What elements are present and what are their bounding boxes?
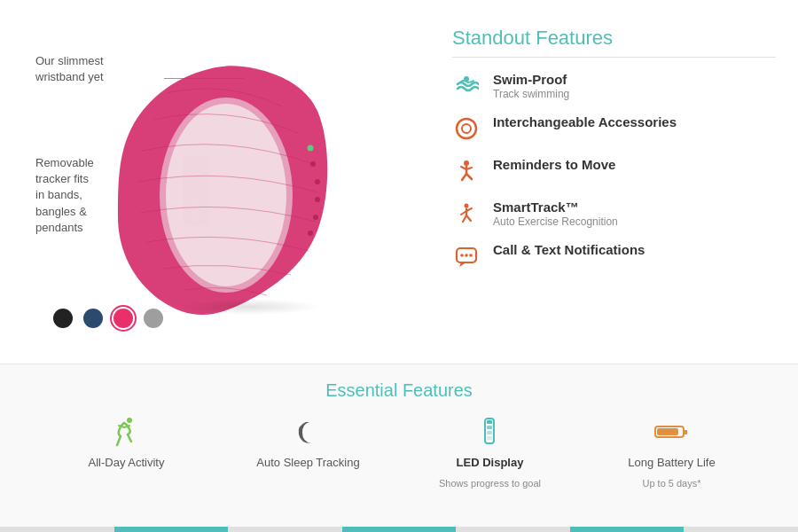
essential-section: Essential Features All-Day Activity xyxy=(0,364,798,532)
smarttrack-icon xyxy=(452,200,481,228)
led-label: LED Display xyxy=(457,456,524,471)
svg-point-15 xyxy=(464,160,469,166)
swatch-black[interactable] xyxy=(53,309,73,328)
battery-label: Long Battery Life xyxy=(628,456,715,471)
label-removable: Removable tracker fits in bands, bangles… xyxy=(35,155,94,236)
accessories-title: Interchangeable Accessories xyxy=(493,114,677,129)
notifications-title: Call & Text Notifications xyxy=(493,242,645,257)
battery-sublabel: Up to 5 days* xyxy=(642,478,700,489)
smarttrack-title: SmartTrack™ xyxy=(493,200,618,215)
product-area: Our slimmest wristband yet Removable tra… xyxy=(0,0,439,364)
svg-rect-41 xyxy=(657,428,678,435)
notifications-text: Call & Text Notifications xyxy=(493,242,645,257)
svg-point-31 xyxy=(127,418,132,423)
feature-smarttrack: SmartTrack™ Auto Exercise Recognition xyxy=(452,200,776,228)
svg-point-30 xyxy=(469,254,473,257)
svg-point-29 xyxy=(465,254,468,257)
essential-sleep: Auto Sleep Tracking xyxy=(228,413,387,471)
swim-proof-desc: Track swimming xyxy=(493,88,569,100)
swatch-pink[interactable] xyxy=(113,309,133,328)
bottom-strips xyxy=(0,527,798,532)
wristband-shadow xyxy=(177,299,319,315)
sleep-icon xyxy=(292,413,324,449)
svg-line-19 xyxy=(462,174,466,180)
strip-4 xyxy=(342,527,457,532)
svg-rect-36 xyxy=(487,426,492,429)
feature-notifications: Call & Text Notifications xyxy=(452,242,776,270)
essential-activity: All-Day Activity xyxy=(46,413,206,471)
color-swatches xyxy=(53,309,163,328)
svg-point-9 xyxy=(313,215,318,220)
svg-rect-35 xyxy=(487,420,492,424)
reminders-text: Reminders to Move xyxy=(493,157,615,172)
led-sublabel: Shows progress to goal xyxy=(439,478,541,489)
essential-features-list: All-Day Activity Auto Sleep Tracking xyxy=(0,413,798,489)
reminders-title: Reminders to Move xyxy=(493,157,615,172)
notify-icon xyxy=(452,242,481,270)
svg-line-26 xyxy=(466,215,471,221)
accessories-text: Interchangeable Accessories xyxy=(493,114,677,129)
activity-icon xyxy=(110,413,142,449)
svg-point-5 xyxy=(166,104,286,286)
essential-led: LED Display Shows progress to goal xyxy=(410,413,569,489)
standout-divider xyxy=(452,57,776,58)
svg-rect-40 xyxy=(684,430,687,434)
activity-label: All-Day Activity xyxy=(89,456,165,471)
features-area: Standout Features Swim-Proof Track swimm… xyxy=(439,0,798,364)
swim-proof-title: Swim-Proof xyxy=(493,72,569,87)
svg-point-28 xyxy=(460,254,464,257)
strip-5 xyxy=(456,527,570,532)
smarttrack-desc: Auto Exercise Recognition xyxy=(493,215,618,228)
move-icon xyxy=(452,157,481,185)
wristband-image xyxy=(105,40,335,341)
svg-point-8 xyxy=(315,197,320,202)
swim-proof-text: Swim-Proof Track swimming xyxy=(493,72,569,100)
strip-6 xyxy=(570,527,685,532)
svg-point-14 xyxy=(462,124,471,133)
swatch-gray[interactable] xyxy=(144,309,163,328)
svg-line-25 xyxy=(463,215,466,222)
svg-line-20 xyxy=(466,174,472,179)
accessory-icon xyxy=(452,114,481,143)
smarttrack-text: SmartTrack™ Auto Exercise Recognition xyxy=(493,200,618,228)
essential-battery: Long Battery Life Up to 5 days* xyxy=(591,413,751,489)
wristband-svg xyxy=(105,40,335,341)
swim-icon xyxy=(452,72,481,100)
svg-point-7 xyxy=(315,179,320,184)
strip-2 xyxy=(114,527,229,532)
sleep-label: Auto Sleep Tracking xyxy=(256,456,359,471)
swatch-navy[interactable] xyxy=(83,309,103,328)
standout-title: Standout Features xyxy=(452,27,776,50)
svg-point-21 xyxy=(465,204,469,208)
strip-7 xyxy=(684,527,798,532)
strip-3 xyxy=(228,527,342,532)
essential-title: Essential Features xyxy=(0,364,798,413)
svg-point-13 xyxy=(457,119,476,138)
label-slimmest: Our slimmest wristband yet xyxy=(35,53,104,85)
strip-1 xyxy=(0,527,114,532)
svg-point-11 xyxy=(307,145,313,152)
svg-rect-38 xyxy=(487,436,492,440)
feature-accessories: Interchangeable Accessories xyxy=(452,114,776,143)
svg-point-10 xyxy=(308,231,313,236)
battery-icon xyxy=(653,413,689,449)
svg-rect-37 xyxy=(487,431,492,434)
led-icon xyxy=(473,413,505,449)
feature-swim-proof: Swim-Proof Track swimming xyxy=(452,72,776,100)
svg-point-6 xyxy=(310,161,316,167)
feature-reminders: Reminders to Move xyxy=(452,157,776,185)
